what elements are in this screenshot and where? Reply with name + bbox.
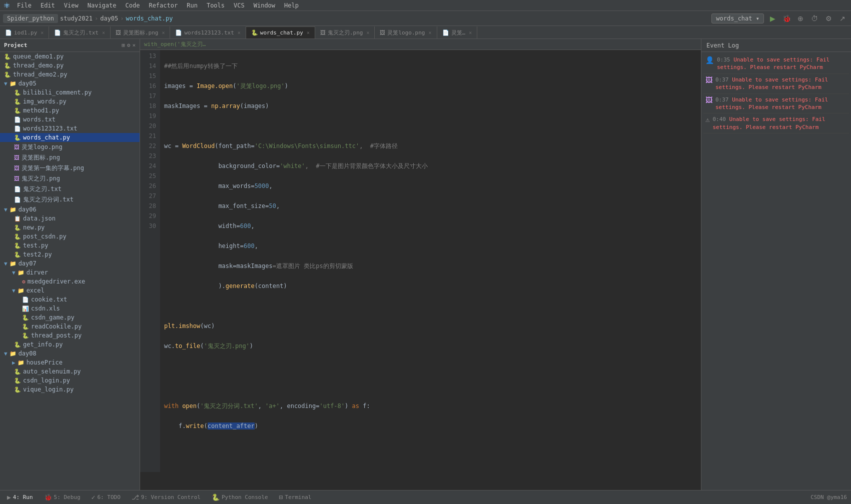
sidebar-icon-settings[interactable]: ⚙ [127, 42, 131, 48]
tab-linlong-logo[interactable]: 🖼 灵笼logo.png × [375, 26, 437, 38]
tree-item[interactable]: ⚙msedgedriver.exe [0, 277, 140, 286]
status-vcs[interactable]: ⎇ 9: Version Control [129, 492, 204, 502]
sidebar-icon-close[interactable]: × [132, 42, 136, 48]
tree-item[interactable]: 🐍queue_demo1.py [0, 52, 140, 61]
project-name: Spider_python [3, 14, 58, 23]
toolbar: Spider_python study2021 › day05 › words_… [0, 11, 851, 26]
menu-refactor[interactable]: Refactor [145, 1, 182, 10]
breadcrumb-study: study2021 [60, 15, 93, 22]
tree-item[interactable]: 🐍bilibili_comment.py [0, 88, 140, 97]
tab-words-chat[interactable]: 🐍 words_chat.py × [246, 26, 315, 38]
tree-item-words-chat[interactable]: 🐍words_chat.py [0, 133, 140, 142]
status-todo[interactable]: ✓ 6: TODO [89, 492, 124, 502]
tree-item[interactable]: 📄鬼灭之刃分词.txt [0, 194, 140, 205]
log-icon-1: 👤 [705, 56, 714, 72]
status-debug[interactable]: 🐞 5: Debug [41, 492, 84, 502]
menu-view[interactable]: View [60, 1, 83, 10]
log-icon-3: 🖼 [705, 96, 712, 112]
log-entry-2: 🖼 0:37 Unable to save settings: Fail set… [703, 74, 849, 94]
tree-item[interactable]: 🐍thread_post.py [0, 331, 140, 340]
status-run[interactable]: ▶ 4: Run [4, 492, 36, 502]
tree-item[interactable]: 🐍new.py [0, 223, 140, 232]
autocomplete-bar: with_open('鬼灭之刃… [140, 39, 701, 50]
tab-linlong-png[interactable]: 🖼 灵笼图标.png × [111, 26, 171, 38]
tree-item[interactable]: 🖼灵笼logo.png [0, 142, 140, 152]
file-tabs-bar: 📄 iod1.py × 📄 鬼灭之刃.txt × 🖼 灵笼图标.png × 📄 … [0, 26, 851, 39]
tab-guimie-png[interactable]: 🖼 鬼灭之刃.png × [315, 26, 375, 38]
tab-guimie-txt[interactable]: 📄 鬼灭之刃.txt × [49, 26, 111, 38]
sidebar-icon-layout[interactable]: ⊞ [122, 42, 125, 48]
menu-edit[interactable]: Edit [37, 1, 59, 10]
tree-item[interactable]: 🖼灵笼图标.png [0, 152, 140, 163]
menu-navigate[interactable]: Navigate [84, 1, 121, 10]
tree-folder-excel[interactable]: ▼📁excel [0, 286, 140, 295]
tree-item[interactable]: 🖼鬼灭之刃.png [0, 174, 140, 184]
status-terminal[interactable]: ⊟ Terminal [276, 492, 315, 502]
event-log-content[interactable]: 👤 0:35 Unable to save settings: Fail set… [701, 52, 851, 490]
status-python-console[interactable]: 🐍 Python Console [209, 492, 271, 502]
log-entry-1: 👤 0:35 Unable to save settings: Fail set… [703, 54, 849, 74]
tree-item[interactable]: 🐍method1.py [0, 106, 140, 115]
tree-item[interactable]: 🐍thread_demo.py [0, 61, 140, 70]
editor-scroll[interactable]: 13141516 17181920 21222324 25262728 2930… [140, 50, 701, 490]
tab-close-iod1[interactable]: × [41, 30, 44, 36]
tree-item[interactable]: 🐍post_csdn.py [0, 232, 140, 241]
tree-item[interactable]: 📄鬼灭之刃.txt [0, 184, 140, 194]
menu-file[interactable]: File [13, 1, 36, 10]
menubar: 🕷 File Edit View Navigate Code Refactor … [0, 0, 851, 11]
tab-words123[interactable]: 📄 words123123.txt × [170, 26, 246, 38]
tree-folder-day05[interactable]: ▼📁day05 [0, 79, 140, 88]
menu-vcs[interactable]: VCS [230, 1, 249, 10]
run-button[interactable]: ▶ [767, 13, 778, 24]
log-icon-2: 🖼 [705, 76, 712, 92]
tree-item[interactable]: 🐍img_words.py [0, 97, 140, 106]
log-entry-3: 🖼 0:37 Unable to save settings: Fail set… [703, 94, 849, 114]
vcs-button[interactable]: ↗ [837, 13, 848, 24]
tree-item[interactable]: 🐍auto_selenuim.py [0, 367, 140, 376]
tree-item[interactable]: 🐍thread_demo2.py [0, 70, 140, 79]
run-icon: ▶ [7, 494, 11, 501]
tab-linlong-extra[interactable]: 📄 灵笼… × [437, 26, 478, 38]
tree-item[interactable]: 🐍csdn_game.py [0, 313, 140, 322]
tree-item[interactable]: 🐍vique_login.py [0, 385, 140, 394]
terminal-icon: ⊟ [279, 494, 283, 501]
csdn-label: CSDN @yma16 [810, 494, 847, 500]
menu-window[interactable]: Window [250, 1, 279, 10]
tree-item[interactable]: 🐍get_info.py [0, 340, 140, 349]
tree-item[interactable]: 🐍csdn_login.py [0, 376, 140, 385]
tree-item[interactable]: 🖼灵笼第一集的字幕.png [0, 163, 140, 174]
editor-area[interactable]: with_open('鬼灭之刃… 13141516 17181920 21222… [140, 39, 701, 490]
menu-help[interactable]: Help [280, 1, 303, 10]
project-label: Project [4, 42, 27, 48]
tree-item[interactable]: 🐍test2.py [0, 250, 140, 259]
menu-tools[interactable]: Tools [203, 1, 229, 10]
vcs-icon: ⎇ [132, 494, 139, 501]
tree-item[interactable]: 🐍readCookile.py [0, 322, 140, 331]
coverage-button[interactable]: ⊕ [795, 13, 806, 24]
tree-item[interactable]: 🐍test.py [0, 241, 140, 250]
tree-folder-day08[interactable]: ▼📁day08 [0, 349, 140, 358]
sidebar-header: Project ⊞ ⚙ × [0, 39, 140, 52]
code-lines[interactable]: ##然后用numpy转换了一下 images = Image.open('灵笼l… [160, 50, 701, 472]
debug-button[interactable]: 🐞 [781, 13, 792, 24]
editor-content: 13141516 17181920 21222324 25262728 2930… [140, 50, 701, 472]
python-console-label: Python Console [222, 494, 268, 500]
run-config[interactable]: words_chat ▾ [711, 14, 764, 24]
settings-button[interactable]: ⚙ [823, 13, 834, 24]
tree-item[interactable]: 📄words.txt [0, 115, 140, 124]
tree-item[interactable]: 📊csdn.xls [0, 304, 140, 313]
sidebar: Project ⊞ ⚙ × 🐍queue_demo1.py 🐍thread_de… [0, 39, 140, 490]
tree-folder-housePrice[interactable]: ▶📁housePrice [0, 358, 140, 367]
tree-item[interactable]: 📋data.json [0, 214, 140, 223]
menu-run[interactable]: Run [183, 1, 202, 10]
log-entry-4: ⚠ 0:40 Unable to save settings: Fail set… [703, 114, 849, 134]
tree-folder-dirver[interactable]: ▼📁dirver [0, 268, 140, 277]
menu-code[interactable]: Code [122, 1, 144, 10]
tree-item-words123[interactable]: 📄words123123.txt [0, 124, 140, 133]
profile-button[interactable]: ⏱ [809, 13, 820, 24]
tree-folder-day07[interactable]: ▼📁day07 [0, 259, 140, 268]
tree-folder-day06[interactable]: ▼📁day06 [0, 205, 140, 214]
statusbar: ▶ 4: Run 🐞 5: Debug ✓ 6: TODO ⎇ 9: Versi… [0, 490, 851, 504]
tab-iod1[interactable]: 📄 iod1.py × [0, 26, 49, 38]
tree-item[interactable]: 📄cookie.txt [0, 295, 140, 304]
